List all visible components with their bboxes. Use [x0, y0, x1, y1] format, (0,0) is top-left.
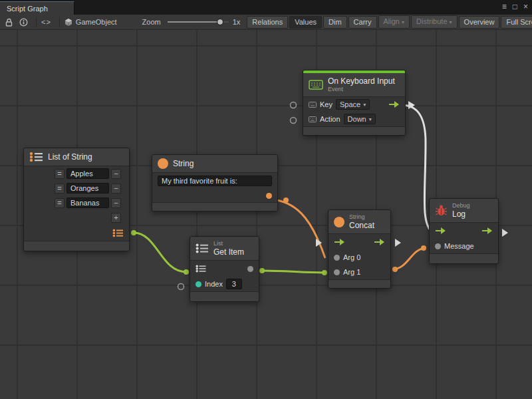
zoom-value: 1x	[233, 18, 241, 26]
node-concat[interactable]: String Concat Arg 0 Arg 1	[328, 209, 391, 289]
action-port-icon[interactable]	[309, 116, 317, 122]
info-icon[interactable]	[19, 18, 28, 27]
node-title: On Keyboard Input	[328, 76, 395, 86]
lock-icon[interactable]	[5, 18, 13, 27]
node-title: Get Item	[213, 247, 244, 257]
index-input-port[interactable]	[196, 281, 201, 287]
carry-button[interactable]: Carry	[348, 16, 377, 29]
align-dropdown-button[interactable]: Align ▾	[378, 15, 410, 29]
node-footer	[24, 241, 129, 251]
list-item-field[interactable]: Apples	[66, 168, 109, 179]
code-icon[interactable]: <>	[41, 18, 51, 26]
chevron-down-icon: ▾	[369, 116, 372, 122]
drag-handle[interactable]: =	[55, 198, 65, 208]
distribute-dropdown-button[interactable]: Distribute ▾	[411, 15, 458, 29]
target-gameobject-label[interactable]: GameObject	[76, 18, 117, 26]
flow-in-port[interactable]	[334, 238, 345, 246]
window-close-icon[interactable]: ×	[523, 1, 528, 12]
chevron-down-icon: ▾	[402, 19, 404, 25]
node-subtitle: Event	[328, 86, 395, 93]
remove-item-button[interactable]: −	[111, 198, 121, 208]
distribute-label: Distribute	[416, 17, 447, 25]
key-value: Space	[340, 100, 360, 108]
node-title: List of String	[48, 152, 92, 162]
list-icon	[29, 152, 43, 162]
action-label: Action	[320, 115, 340, 123]
message-input-port[interactable]	[435, 243, 441, 249]
drag-handle[interactable]: =	[55, 184, 65, 194]
string-value-field[interactable]: My third favorite fruit is:	[158, 176, 272, 186]
window-menu-icon[interactable]: ≡	[502, 1, 507, 12]
window-controls: ≡ □ ×	[502, 1, 528, 12]
drag-handle[interactable]: =	[55, 169, 65, 179]
chevron-down-icon: ▾	[363, 102, 366, 108]
node-list-of-string[interactable]: List of String = Apples − = Oranges − = …	[23, 148, 130, 251]
zoom-slider[interactable]	[168, 18, 229, 26]
node-string-literal[interactable]: String My third favorite fruit is:	[152, 154, 278, 211]
list-item-field[interactable]: Oranges	[66, 183, 109, 194]
remove-item-button[interactable]: −	[111, 184, 121, 194]
chevron-down-icon: ▾	[450, 19, 452, 25]
node-category: List	[213, 240, 244, 247]
arg1-label: Arg 1	[343, 268, 360, 276]
string-type-icon	[334, 217, 344, 227]
relations-button[interactable]: Relations	[247, 16, 288, 29]
list-output-port-icon[interactable]	[112, 229, 124, 237]
node-get-item[interactable]: List Get Item Index 3	[190, 236, 259, 302]
bug-icon	[435, 205, 448, 216]
key-dropdown[interactable]: Space ▾	[336, 99, 370, 110]
key-label: Key	[320, 100, 332, 108]
list-item-row: = Apples −	[24, 166, 129, 181]
flow-out-port[interactable]	[388, 100, 400, 108]
message-row: Message	[430, 239, 498, 253]
node-on-keyboard-input[interactable]: On Keyboard Input Event Key Space ▾ Acti…	[303, 70, 406, 136]
list-input-port-icon[interactable]	[196, 265, 206, 273]
node-title: Concat	[349, 221, 374, 230]
index-label: Index	[205, 280, 223, 288]
window-maximize-icon[interactable]: □	[513, 1, 517, 12]
flow-out-port[interactable]	[481, 227, 493, 235]
flow-in-port[interactable]	[435, 227, 446, 235]
list-item-field[interactable]: Bananas	[66, 198, 109, 208]
string-output-port[interactable]	[266, 193, 272, 199]
item-output-port[interactable]	[247, 266, 253, 272]
action-value: Down	[348, 115, 366, 123]
key-port-row: Key Space ▾	[303, 97, 405, 112]
list-input-row	[190, 261, 259, 277]
string-type-icon	[158, 158, 168, 169]
dim-button[interactable]: Dim	[323, 16, 347, 29]
add-item-row: +	[24, 210, 129, 225]
arg0-row: Arg 0	[329, 250, 390, 265]
flow-row	[329, 234, 390, 250]
values-button[interactable]: Values	[289, 16, 322, 29]
keyboard-icon	[309, 80, 323, 90]
zoom-slider-knob[interactable]	[217, 19, 223, 25]
index-field[interactable]: 3	[226, 279, 242, 289]
key-port-icon[interactable]	[309, 102, 317, 108]
tab-script-graph[interactable]: Script Graph	[0, 1, 74, 15]
node-footer	[190, 291, 259, 301]
flow-out-port[interactable]	[374, 238, 385, 246]
arg0-label: Arg 0	[343, 253, 360, 261]
tab-title: Script Graph	[7, 5, 48, 13]
arg1-input-port[interactable]	[334, 269, 340, 275]
node-category: String	[349, 213, 374, 221]
add-item-button[interactable]: +	[111, 213, 121, 223]
action-dropdown[interactable]: Down ▾	[344, 114, 376, 124]
node-title: Log	[452, 209, 470, 219]
string-output-row	[152, 189, 277, 202]
node-category: Debug	[452, 202, 470, 209]
list-item-row: = Bananas −	[24, 196, 129, 210]
node-title: String	[173, 159, 194, 168]
overview-button[interactable]: Overview	[459, 16, 500, 29]
arg1-row: Arg 1	[329, 265, 390, 279]
node-footer	[303, 126, 405, 135]
align-label: Align	[384, 17, 400, 25]
node-debug-log[interactable]: Debug Log Message	[429, 198, 499, 264]
arg0-input-port[interactable]	[334, 255, 340, 261]
remove-item-button[interactable]: −	[111, 169, 121, 179]
fullscreen-button[interactable]: Full Screen	[501, 16, 532, 29]
message-label: Message	[444, 242, 474, 250]
zoom-label: Zoom	[142, 18, 161, 26]
node-footer	[152, 202, 277, 211]
